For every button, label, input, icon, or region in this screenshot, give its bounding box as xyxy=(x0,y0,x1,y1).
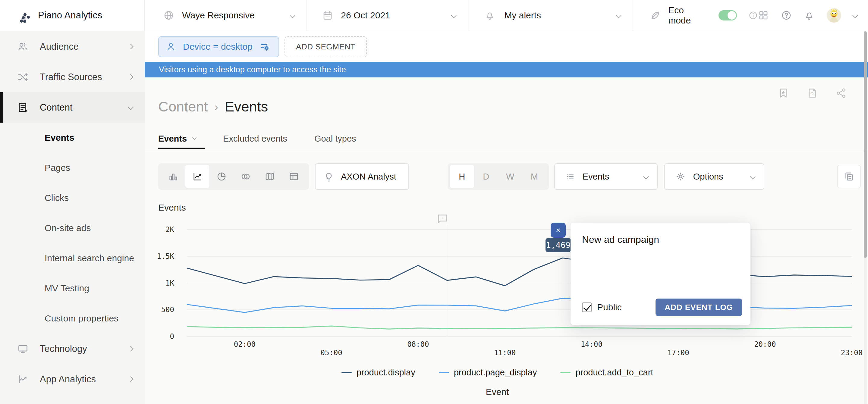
alerts-selector-label: My alerts xyxy=(504,10,541,21)
legend-swatch xyxy=(560,372,570,373)
granularity-switcher: H D W M xyxy=(447,163,549,190)
bookmark-star-icon[interactable] xyxy=(778,87,789,99)
list-icon xyxy=(565,172,575,182)
sidebar-subitem-pages[interactable]: Pages xyxy=(0,153,145,183)
tab-goal-types[interactable]: Goal types xyxy=(314,134,356,144)
eco-mode-section: Eco mode xyxy=(632,0,758,31)
axon-analyst-button[interactable]: AXON Analyst xyxy=(315,163,409,190)
export-document-icon[interactable]: D xyxy=(807,87,818,99)
x-axis-tick: 17:00 xyxy=(660,348,696,357)
sidebar-subitem-internal-search[interactable]: Internal search engine xyxy=(0,243,145,273)
public-checkbox[interactable] xyxy=(582,303,592,312)
globe-icon xyxy=(163,10,174,21)
sidebar-item-label: App Analytics xyxy=(40,374,96,385)
chart-toolbar: AXON Analyst H D W M Events Options xyxy=(158,163,861,190)
segment-chip-device-desktop[interactable]: Device = desktop xyxy=(158,36,279,57)
add-segment-button[interactable]: ADD SEGMENT xyxy=(284,36,367,57)
sidebar-subitem-clicks[interactable]: Clicks xyxy=(0,183,145,213)
public-checkbox-label: Public xyxy=(597,302,622,312)
piano-analytics-logo xyxy=(13,7,30,24)
tab-events[interactable]: Events xyxy=(158,134,196,144)
sidebar-item-app-analytics[interactable]: App Analytics xyxy=(0,364,145,394)
notifications-bell-icon[interactable] xyxy=(804,10,815,21)
breadcrumb: Content › Events xyxy=(158,98,268,115)
event-log-title-input[interactable]: New ad campaign xyxy=(582,234,738,245)
duplicate-widget-button[interactable] xyxy=(837,165,861,188)
x-axis-tick: 23:00 xyxy=(834,348,868,357)
active-tab-underline xyxy=(158,148,205,149)
annotation-comment-icon[interactable] xyxy=(436,212,449,225)
apps-grid-icon[interactable] xyxy=(758,10,769,21)
site-selector[interactable]: Waye Responsive xyxy=(144,0,307,31)
sidebar-subitem-custom-properties[interactable]: Custom properties xyxy=(0,303,145,334)
sidebar-item-traffic-sources[interactable]: Traffic Sources xyxy=(0,62,145,92)
tabs-divider xyxy=(145,150,868,150)
eco-mode-toggle[interactable] xyxy=(718,10,737,21)
tab-excluded-events[interactable]: Excluded events xyxy=(223,134,287,144)
legend-item-product-add-to-cart[interactable]: product.add_to_cart xyxy=(560,368,653,377)
granularity-day[interactable]: D xyxy=(474,165,498,188)
gear-icon xyxy=(675,171,686,182)
shuffle-icon xyxy=(17,71,29,83)
annotation-close-button[interactable]: × xyxy=(551,223,566,238)
breadcrumb-separator: › xyxy=(215,101,218,114)
granularity-hour[interactable]: H xyxy=(450,165,474,188)
venn-icon[interactable] xyxy=(234,165,258,188)
sidebar-subitem-events[interactable]: Events xyxy=(0,123,145,153)
x-axis-tick: 14:00 xyxy=(574,340,610,348)
granularity-month[interactable]: M xyxy=(522,165,547,188)
breadcrumb-section[interactable]: Content xyxy=(158,98,208,115)
map-icon[interactable] xyxy=(258,165,282,188)
lightbulb-icon xyxy=(323,171,334,182)
table-icon[interactable] xyxy=(282,165,306,188)
line-chart-icon[interactable] xyxy=(185,165,210,188)
share-icon[interactable] xyxy=(835,87,847,99)
chevron-down-icon xyxy=(750,174,755,179)
sidebar-subitem-mv-testing[interactable]: MV Testing xyxy=(0,273,145,303)
sidebar-subitem-onsite-ads[interactable]: On-site ads xyxy=(0,213,145,243)
document-icon xyxy=(17,102,29,113)
sidebar-item-label: Technology xyxy=(40,343,87,354)
chevron-down-icon xyxy=(643,174,649,179)
info-icon[interactable] xyxy=(748,10,758,20)
chevron-right-icon xyxy=(128,74,133,80)
chevron-right-icon xyxy=(128,44,133,49)
legend-swatch xyxy=(439,372,449,373)
report-tabs: Events Excluded events Goal types xyxy=(158,128,356,149)
leaf-icon xyxy=(649,9,661,21)
vertical-scrollbar-thumb[interactable] xyxy=(864,31,867,258)
chevron-down-icon xyxy=(451,13,457,18)
sidebar-item-technology[interactable]: Technology xyxy=(0,334,145,364)
sidebar-item-label: Traffic Sources xyxy=(40,72,102,83)
user-avatar[interactable] xyxy=(827,8,841,23)
event-log-popup: New ad campaign Public ADD EVENT LOG xyxy=(570,223,750,325)
segment-settings-icon[interactable] xyxy=(259,41,270,52)
pie-chart-icon[interactable] xyxy=(210,165,234,188)
chart-type-switcher xyxy=(158,163,309,190)
sidebar-item-label: Content xyxy=(40,102,73,113)
segment-chip-label: Device = desktop xyxy=(183,41,253,52)
help-icon[interactable] xyxy=(781,10,792,21)
legend-item-product-display[interactable]: product.display xyxy=(341,368,415,377)
user-menu-chevron-icon[interactable] xyxy=(852,13,858,18)
segment-bar: Device = desktop ADD SEGMENT xyxy=(145,31,868,62)
brand-logo-block[interactable]: Piano Analytics xyxy=(0,0,144,31)
options-dropdown[interactable]: Options xyxy=(664,163,764,190)
date-selector[interactable]: 26 Oct 2021 xyxy=(307,0,468,31)
events-dropdown[interactable]: Events xyxy=(554,163,658,190)
legend-item-product-page-display[interactable]: product.page_display xyxy=(439,368,537,377)
bar-chart-icon[interactable] xyxy=(161,165,185,188)
sidebar-item-content[interactable]: Content xyxy=(0,92,145,123)
alerts-selector[interactable]: My alerts xyxy=(468,0,632,31)
report-quick-actions: D xyxy=(778,87,847,99)
sidebar-item-label: Audience xyxy=(40,41,79,52)
eco-mode-label: Eco mode xyxy=(668,5,709,26)
sidebar-item-audience[interactable]: Audience xyxy=(0,31,145,62)
add-event-log-button[interactable]: ADD EVENT LOG xyxy=(655,299,742,316)
chart-title: Events xyxy=(158,203,186,213)
topbar-actions xyxy=(758,0,868,31)
page-title: Events xyxy=(225,98,268,115)
x-axis-tick: 11:00 xyxy=(487,348,523,357)
calendar-icon xyxy=(322,10,333,21)
granularity-week[interactable]: W xyxy=(498,165,522,188)
